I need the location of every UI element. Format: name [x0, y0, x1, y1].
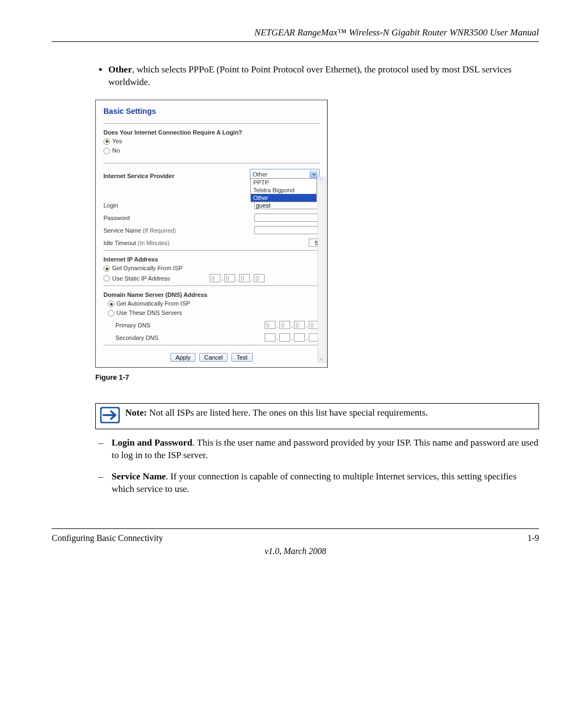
- sdns-1[interactable]: [265, 333, 275, 342]
- dns-head: Domain Name Server (DNS) Address: [103, 291, 320, 298]
- login-label: Login: [103, 202, 254, 209]
- radio-yes[interactable]: [103, 138, 110, 145]
- label-ip-static: Use Static IP Address: [112, 275, 170, 282]
- bullet-bold: Other: [108, 64, 132, 75]
- note-box: Note: Not all ISPs are listed here. The …: [95, 403, 539, 429]
- item-login-password: Login and Password. This is the user nam…: [95, 437, 539, 462]
- login-required-label: Does Your Internet Connection Require A …: [103, 129, 320, 136]
- isp-option-telstra[interactable]: Telstra Bigpond: [251, 186, 316, 194]
- bullet-rest: , which selects PPPoE (Point to Point Pr…: [108, 64, 512, 87]
- note-bold: Note:: [125, 407, 147, 418]
- figure-screenshot: Basic Settings Does Your Internet Connec…: [95, 100, 328, 368]
- figure-caption: Figure 1-7: [95, 373, 539, 381]
- ip-oct-1[interactable]: [210, 274, 220, 282]
- isp-select[interactable]: Other PPTP Telstra Bigpond Other: [250, 169, 320, 179]
- isp-label: Internet Service Provider: [103, 173, 250, 179]
- label-ip-dynamic: Get Dynamically From ISP: [112, 265, 183, 271]
- dash-list: Login and Password. This is the user nam…: [95, 437, 539, 496]
- scroll-down-icon[interactable]: ⌄: [318, 356, 324, 362]
- chevron-down-icon: [310, 171, 318, 178]
- sdns-3[interactable]: [294, 333, 305, 342]
- item-b-rest: . If your connection is capable of conne…: [112, 471, 517, 494]
- apply-button[interactable]: Apply: [170, 353, 195, 362]
- footer-version: v1.0, March 2008: [52, 546, 539, 556]
- radio-ip-dynamic[interactable]: [103, 265, 110, 272]
- ip-oct-2[interactable]: [224, 274, 235, 282]
- primary-dns-label: Primary DNS: [115, 322, 150, 328]
- running-header: NETGEAR RangeMax™ Wireless-N Gigabit Rou…: [52, 27, 539, 42]
- item-a-bold: Login and Password: [112, 437, 192, 448]
- isp-dropdown-menu: PPTP Telstra Bigpond Other: [250, 178, 317, 202]
- pdns-2[interactable]: [279, 321, 290, 329]
- panel-title: Basic Settings: [103, 107, 320, 115]
- isp-selected: Other: [253, 171, 268, 178]
- radio-dns-auto[interactable]: [108, 301, 114, 307]
- isp-option-other[interactable]: Other: [251, 194, 316, 202]
- arrow-right-icon: [100, 407, 120, 425]
- radio-no[interactable]: [103, 148, 110, 154]
- isp-option-pptp[interactable]: PPTP: [251, 179, 316, 186]
- radio-ip-static[interactable]: [103, 275, 110, 282]
- pdns-3[interactable]: [294, 321, 305, 329]
- label-no: No: [112, 147, 120, 154]
- cancel-button[interactable]: Cancel: [199, 353, 228, 362]
- ip-address-head: Internet IP Address: [103, 256, 320, 263]
- item-b-bold: Service Name: [112, 471, 166, 482]
- page-footer: Configuring Basic Connectivity 1-9: [52, 528, 539, 543]
- radio-dns-manual[interactable]: [108, 310, 114, 317]
- label-dns-manual: Use These DNS Servers: [117, 309, 182, 316]
- scrollbar[interactable]: ^ ⌄: [317, 176, 326, 363]
- scroll-up-icon[interactable]: ^: [318, 177, 324, 184]
- footer-right: 1-9: [528, 533, 539, 543]
- label-dns-auto: Get Automatically From ISP: [117, 300, 190, 307]
- item-service-name: Service Name. If your connection is capa…: [95, 471, 539, 496]
- ip-oct-4[interactable]: [254, 274, 265, 282]
- bullet-list: Other, which selects PPPoE (Point to Poi…: [95, 64, 539, 89]
- service-name-label: Service Name (If Required): [103, 227, 254, 234]
- secondary-dns-label: Secondary DNS: [115, 334, 158, 341]
- password-label: Password: [103, 215, 254, 221]
- footer-left: Configuring Basic Connectivity: [52, 533, 163, 543]
- test-button[interactable]: Test: [231, 353, 252, 362]
- password-input[interactable]: [254, 214, 320, 222]
- idle-timeout-label: Idle Timeout (In Minutes): [103, 240, 309, 246]
- login-input[interactable]: [254, 201, 320, 209]
- service-name-input[interactable]: [254, 226, 320, 234]
- ip-oct-3[interactable]: [239, 274, 250, 282]
- label-yes: Yes: [112, 138, 122, 144]
- note-text-body: Not all ISPs are listed here. The ones o…: [147, 407, 428, 418]
- bullet-other: Other, which selects PPPoE (Point to Poi…: [108, 64, 539, 89]
- static-ip-group: . . .: [210, 274, 265, 282]
- sdns-2[interactable]: [279, 333, 290, 342]
- pdns-1[interactable]: [265, 321, 275, 329]
